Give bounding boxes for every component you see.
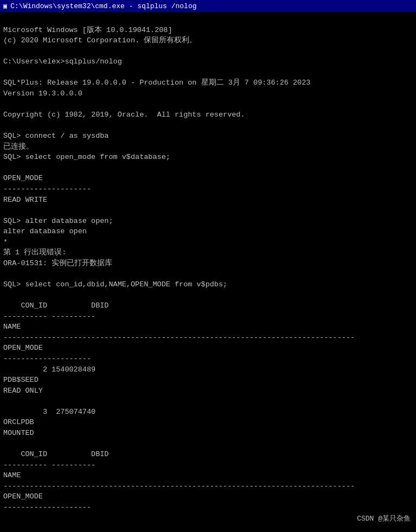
terminal-line: 第 1 行出现错误:	[3, 247, 413, 258]
terminal-line: --------------------	[3, 354, 413, 364]
terminal-line: CON_ID DBID	[3, 449, 413, 460]
terminal-line: OPEN_MODE	[3, 491, 413, 502]
terminal-line	[3, 439, 413, 450]
terminal-line: MOUNTED	[3, 428, 413, 439]
terminal-line: ----------------------------------------…	[3, 332, 413, 343]
terminal-line	[3, 99, 413, 110]
watermark: CSDN @某只杂鱼	[357, 514, 411, 523]
terminal-line: OPEN_MODE	[3, 173, 413, 184]
terminal-line: OPEN_MODE	[3, 343, 413, 354]
terminal-line: ORCLPDB	[3, 417, 413, 428]
terminal-line: NAME	[3, 322, 413, 332]
terminal-line: PDB$SEED	[3, 375, 413, 386]
terminal-line: NAME	[3, 470, 413, 481]
terminal-line: SQL> alter database open;	[3, 216, 413, 227]
terminal-line: READ ONLY	[3, 386, 413, 396]
terminal-output: Microsoft Windows [版本 10.0.19041.208](c)…	[0, 12, 416, 532]
terminal-line: 已连接。	[3, 142, 413, 152]
terminal-line: ORA-01531: 实例已打开数据库	[3, 258, 413, 269]
terminal-line	[3, 163, 413, 174]
terminal-line: CON_ID DBID	[3, 300, 413, 311]
terminal-line	[3, 46, 413, 57]
terminal-line	[3, 269, 413, 280]
terminal-line: Copyright (c) 1982, 2019, Oracle. All ri…	[3, 110, 413, 120]
terminal-line: ---------- ----------	[3, 460, 413, 471]
terminal-line: 3 275074740	[3, 407, 413, 418]
terminal-line: Microsoft Windows [版本 10.0.19041.208]	[3, 25, 413, 36]
terminal-line	[3, 512, 413, 523]
title-bar: ▣ C:\Windows\system32\cmd.exe - sqlplus …	[0, 0, 416, 12]
terminal-line: 2 1540028489	[3, 364, 413, 375]
terminal-line: SQL*Plus: Release 19.0.0.0.0 - Productio…	[3, 78, 413, 88]
terminal-line: Version 19.3.0.0.0	[3, 88, 413, 99]
terminal-line: *	[3, 237, 413, 248]
terminal-line: --------------------	[3, 502, 413, 513]
terminal-line: SQL> connect / as sysdba	[3, 131, 413, 142]
terminal-line: ----------------------------------------…	[3, 481, 413, 492]
terminal-line	[3, 205, 413, 216]
terminal-line	[3, 67, 413, 78]
terminal-line: ---------- ----------	[3, 311, 413, 322]
terminal-line	[3, 290, 413, 301]
terminal-line	[3, 523, 413, 532]
terminal-line: READ WRITE	[3, 195, 413, 206]
cmd-icon: ▣	[3, 2, 7, 10]
terminal-line	[3, 396, 413, 407]
terminal-line	[3, 120, 413, 131]
terminal-line: (c) 2020 Microsoft Corporation. 保留所有权利。	[3, 35, 413, 46]
terminal-line: SQL> select open_mode from v$database;	[3, 152, 413, 163]
terminal-line: SQL> select con_id,dbid,NAME,OPEN_MODE f…	[3, 279, 413, 290]
terminal-line: C:\Users\elex>sqlplus/nolog	[3, 56, 413, 67]
terminal-line: alter database open	[3, 226, 413, 237]
title-bar-text: C:\Windows\system32\cmd.exe - sqlplus /n…	[10, 2, 196, 10]
terminal-line: --------------------	[3, 184, 413, 195]
